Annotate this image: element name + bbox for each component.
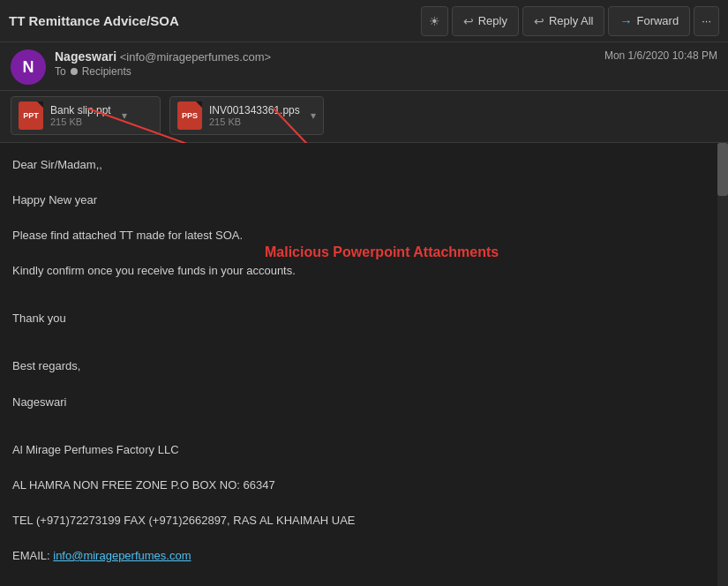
attachment-bank-slip[interactable]: PPT Bank slip.ppt 215 KB ▾ [11,96,161,135]
body-greeting: Dear Sir/Madam,, [12,155,716,175]
body-closing1: Thank you [12,309,716,328]
spacer-10 [12,428,716,440]
body-company2: AL HAMRA NON FREE ZONE P.O BOX NO: 66347 [12,476,716,495]
more-icon: ··· [702,14,711,27]
more-button[interactable]: ··· [694,6,719,36]
attachment-name-2: INV001343361.pps [209,104,300,116]
pps-label: PPS [182,111,198,120]
spacer-13 [12,534,716,546]
spacer-11 [12,463,716,476]
attachment-name-1: Bank slip.ppt [50,104,111,116]
sender-area: N Nageswari <info@mirageperfumes.com> To… [0,42,728,91]
spacer-7 [12,344,716,357]
sender-info: Nageswari <info@mirageperfumes.com> To R… [55,49,271,78]
sender-email: <info@mirageperfumes.com> [120,50,271,64]
forward-button[interactable]: → Forward [608,6,690,36]
sender-left: N Nageswari <info@mirageperfumes.com> To… [11,49,271,85]
timestamp: Mon 1/6/2020 10:48 PM [604,49,717,62]
avatar: N [11,49,46,85]
body-company5: Office and Factory Timing : 8:00 am to 6… [12,582,716,586]
spacer-4 [12,284,716,297]
ppt-label: PPT [23,111,39,120]
attachments-area: PPT Bank slip.ppt 215 KB ▾ PPS INV001343… [0,91,728,143]
email-viewer: TT Remittance Advice/SOA ☀ ↩ Reply ↩ Rep… [0,0,728,586]
brightness-icon: ☀ [429,14,440,28]
spacer-14 [12,569,716,582]
email-body-wrapper: Malicious Powerpoint Attachments Dear Si… [0,143,728,586]
recipients-label[interactable]: Recipients [82,65,131,78]
reply-all-button[interactable]: ↩ Reply All [522,6,605,36]
recipients-dot [71,68,78,75]
attachment-details-2: INV001343361.pps 215 KB [209,104,300,127]
sender-to-line: To Recipients [55,65,271,78]
reply-icon: ↩ [463,14,474,28]
reply-all-icon: ↩ [534,14,544,28]
attachment-details-1: Bank slip.ppt 215 KB [50,104,111,127]
body-line3: Kindly confirm once you receive funds in… [12,261,716,281]
attachment-size-1: 215 KB [50,116,111,127]
attachment-chevron-2: ▾ [311,109,316,122]
spacer-3 [12,249,716,261]
spacer-1 [12,178,716,191]
attachment-inv[interactable]: PPS INV001343361.pps 215 KB ▾ [169,96,324,135]
email-link[interactable]: info@mirageperfumes.com [53,549,191,562]
spacer-5 [12,297,716,309]
spacer-6 [12,332,716,344]
body-line1: Happy New year [12,191,716,210]
email-body: Malicious Powerpoint Attachments Dear Si… [0,143,728,586]
forward-label: Forward [636,14,679,27]
scrollbar-thumb[interactable] [717,143,728,196]
sender-name: Nageswari [55,49,116,64]
attachment-size-2: 215 KB [209,116,300,127]
reply-button[interactable]: ↩ Reply [452,6,519,36]
avatar-letter: N [23,58,34,77]
brightness-button[interactable]: ☀ [421,6,448,36]
body-company3: TEL (+971)72273199 FAX (+971)2662897, RA… [12,511,716,530]
spacer-12 [12,499,716,511]
reply-all-label: Reply All [549,14,594,27]
body-company1: Al Mirage Perfumes Factory LLC [12,440,716,460]
sender-name-line: Nageswari <info@mirageperfumes.com> [55,49,271,64]
email-subject: TT Remittance Advice/SOA [9,13,179,28]
to-label: To [55,65,66,78]
spacer-9 [12,416,716,428]
attachment-icon-pps: PPS [177,101,202,130]
attachment-icon-ppt: PPT [19,101,43,130]
toolbar-actions: ☀ ↩ Reply ↩ Reply All → Forward ··· [421,6,719,36]
forward-icon: → [619,14,632,28]
scrollbar-track[interactable] [717,143,728,586]
spacer-2 [12,214,716,226]
body-closing2: Best regards, [12,357,716,376]
body-company4-line: EMAIL: info@mirageperfumes.com [12,546,716,566]
email-label-prefix: EMAIL: [12,549,53,562]
toolbar: TT Remittance Advice/SOA ☀ ↩ Reply ↩ Rep… [0,0,728,42]
attachment-chevron-1: ▾ [122,109,127,122]
body-line2: Please find attached TT made for latest … [12,226,716,245]
spacer-8 [12,380,716,393]
reply-label: Reply [478,14,507,27]
body-closing3: Nageswari [12,393,716,412]
